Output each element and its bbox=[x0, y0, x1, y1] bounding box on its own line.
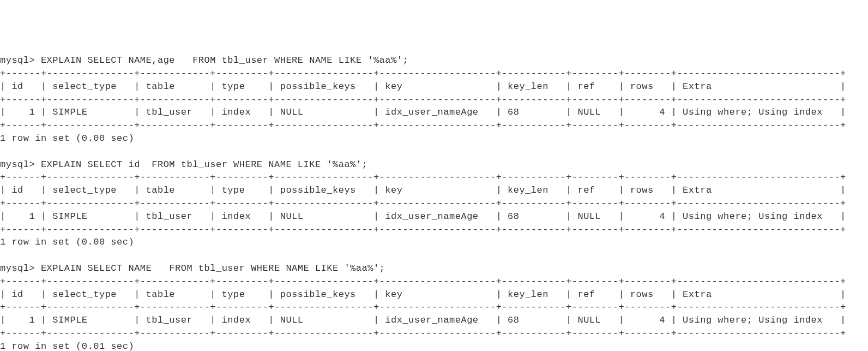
mysql-terminal-output: mysql> EXPLAIN SELECT NAME,age FROM tbl_… bbox=[0, 54, 868, 351]
query-block: mysql> EXPLAIN SELECT id FROM tbl_user W… bbox=[0, 158, 868, 249]
query-block: mysql> EXPLAIN SELECT NAME FROM tbl_user… bbox=[0, 262, 868, 351]
query-block: mysql> EXPLAIN SELECT NAME,age FROM tbl_… bbox=[0, 54, 868, 145]
block-spacer bbox=[0, 249, 868, 262]
block-spacer bbox=[0, 145, 868, 158]
